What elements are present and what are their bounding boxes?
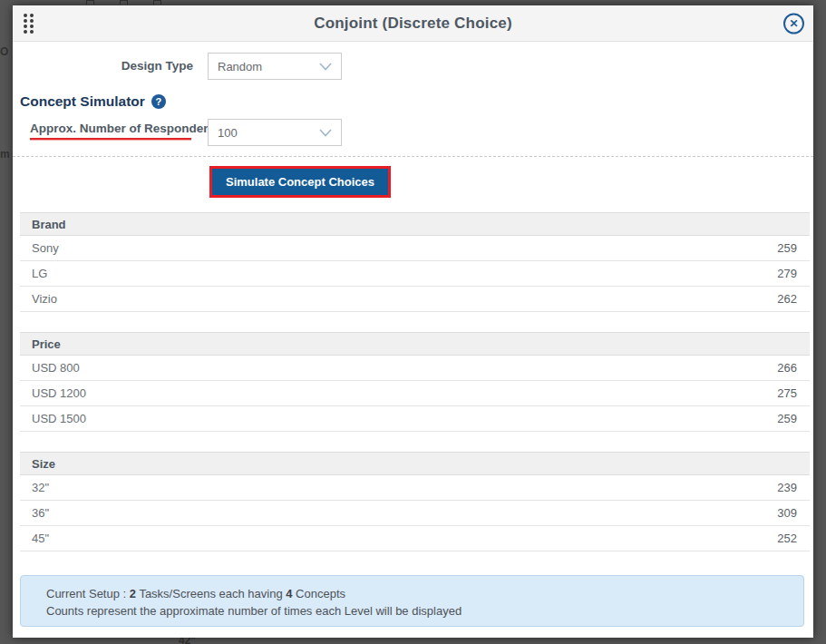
modal-title: Conjoint (Discrete Choice) (13, 15, 813, 33)
tasks-count: 2 (130, 587, 136, 600)
design-type-label: Design Type (13, 59, 193, 73)
chevron-down-icon (319, 63, 332, 71)
level-label: USD 1500 (32, 412, 777, 425)
dashed-divider (13, 156, 813, 157)
info-suffix: Concepts (293, 587, 346, 600)
background-text-remnant: m (0, 148, 10, 161)
background-icon-remnant (86, 0, 94, 5)
current-setup-info-box: Current Setup : 2 Tasks/Screens each hav… (20, 575, 804, 627)
chevron-down-icon (319, 129, 332, 137)
table-row: Vizio 262 (20, 287, 810, 312)
background-icon-remnant (120, 0, 128, 5)
info-middle: Tasks/Screens each having (136, 587, 286, 600)
table-row: 36" 309 (20, 501, 810, 526)
conjoint-modal: Conjoint (Discrete Choice) ✕ Design Type… (13, 5, 813, 638)
info-prefix: Current Setup : (46, 587, 130, 600)
simulate-button-highlight: Simulate Concept Choices (209, 166, 391, 198)
brand-table-header: Brand (20, 212, 810, 236)
level-count: 259 (777, 241, 797, 255)
level-label: 45" (32, 532, 777, 545)
level-count: 239 (777, 481, 797, 494)
table-row: LG 279 (20, 261, 810, 287)
respondents-value: 100 (218, 126, 319, 140)
respondents-select[interactable]: 100 (208, 119, 342, 146)
concept-simulator-heading: Concept Simulator ? (20, 93, 166, 110)
price-table-header: Price (20, 332, 810, 356)
size-table-header: Size (20, 452, 810, 475)
info-line-2: Counts represent the approximate number … (46, 602, 794, 620)
level-label: 32" (32, 481, 777, 494)
table-row: USD 1500 259 (20, 406, 810, 432)
brand-table: Brand Sony 259 LG 279 Vizio 262 (20, 212, 810, 312)
background-icon-remnant (153, 0, 161, 5)
level-count: 252 (777, 532, 797, 545)
table-row: USD 1200 275 (20, 381, 810, 406)
help-icon[interactable]: ? (151, 94, 166, 109)
close-icon[interactable]: ✕ (783, 13, 804, 34)
level-label: Sony (32, 241, 777, 255)
concepts-count: 4 (286, 587, 292, 600)
red-underline-annotation (30, 138, 191, 141)
info-line-1: Current Setup : 2 Tasks/Screens each hav… (46, 585, 794, 602)
price-table: Price USD 800 266 USD 1200 275 USD 1500 … (20, 332, 810, 432)
simulate-concept-choices-button[interactable]: Simulate Concept Choices (212, 169, 388, 195)
size-table: Size 32" 239 36" 309 45" 252 (20, 452, 810, 551)
table-row: 45" 252 (20, 526, 810, 551)
design-type-select[interactable]: Random (208, 53, 342, 80)
table-row: USD 800 266 (20, 356, 810, 381)
level-label: USD 1200 (32, 386, 777, 400)
respondents-label: Approx. Number of Respondents: (30, 122, 226, 135)
level-label: 36" (32, 506, 777, 520)
modal-header: Conjoint (Discrete Choice) ✕ (13, 5, 813, 42)
level-count: 309 (777, 506, 797, 520)
table-row: 32" 239 (20, 475, 810, 501)
drag-handle-icon[interactable] (22, 12, 35, 35)
level-label: LG (32, 267, 777, 280)
table-row: Sony 259 (20, 236, 810, 261)
level-label: Vizio (32, 292, 777, 306)
level-count: 259 (777, 412, 797, 425)
level-count: 275 (777, 386, 797, 400)
concept-simulator-title: Concept Simulator (20, 93, 145, 110)
level-count: 262 (777, 292, 797, 306)
level-label: USD 800 (32, 361, 777, 375)
level-count: 266 (777, 361, 797, 375)
level-count: 279 (777, 267, 797, 280)
design-type-value: Random (218, 60, 319, 73)
background-text-remnant: O (0, 45, 8, 58)
